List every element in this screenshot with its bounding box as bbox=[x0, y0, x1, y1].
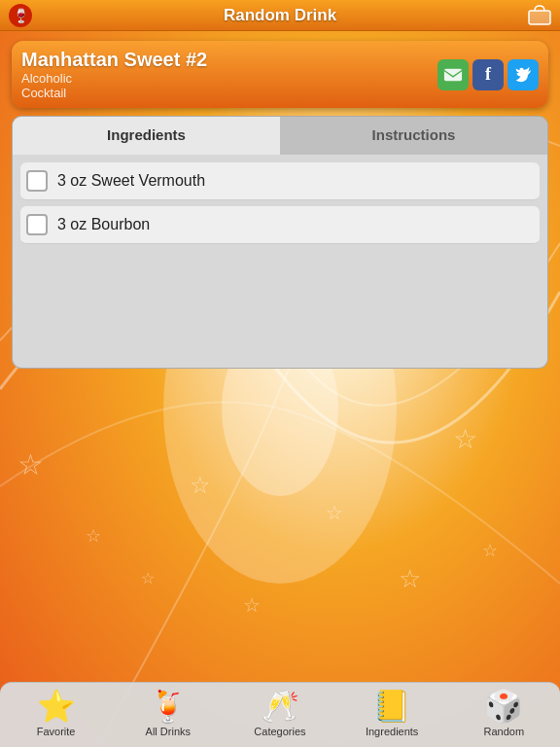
cart-icon[interactable] bbox=[527, 3, 552, 28]
content-area: Ingredients Instructions 3 oz Sweet Verm… bbox=[12, 116, 548, 369]
categories-label: Categories bbox=[254, 726, 305, 737]
ingredient-text-2: 3 oz Bourbon bbox=[57, 216, 150, 233]
svg-text:🍷: 🍷 bbox=[13, 8, 30, 24]
bottom-tab-random[interactable]: 🎲 Random bbox=[474, 691, 533, 737]
share-icons: f bbox=[438, 59, 539, 90]
drink-type: Alcoholic Cocktail bbox=[21, 71, 438, 100]
top-bar-title: Random Drink bbox=[224, 6, 336, 25]
tab-instructions[interactable]: Instructions bbox=[280, 117, 547, 155]
svg-rect-5 bbox=[444, 68, 462, 81]
svg-rect-4 bbox=[529, 11, 550, 24]
app-logo-icon[interactable]: 🍷 bbox=[8, 3, 33, 28]
ingredient-checkbox-1[interactable] bbox=[26, 170, 48, 192]
all-drinks-label: All Drinks bbox=[146, 726, 191, 737]
categories-icon: 🥂 bbox=[261, 691, 299, 722]
random-icon: 🎲 bbox=[484, 691, 523, 722]
bottom-tab-all-drinks[interactable]: 🍹 All Drinks bbox=[139, 691, 197, 737]
random-label: Random bbox=[484, 726, 525, 737]
tab-ingredients[interactable]: Ingredients bbox=[13, 117, 280, 155]
ingredients-nav-icon: 📒 bbox=[372, 691, 411, 722]
ingredients-panel: 3 oz Sweet Vermouth 3 oz Bourbon bbox=[12, 155, 548, 369]
top-bar: 🍷 Random Drink bbox=[0, 0, 560, 31]
bottom-tab-favorite[interactable]: ⭐ Favorite bbox=[27, 691, 86, 737]
favorite-label: Favorite bbox=[37, 726, 76, 737]
tab-bar: Ingredients Instructions bbox=[12, 116, 548, 155]
ingredient-text-1: 3 oz Sweet Vermouth bbox=[57, 172, 205, 190]
twitter-share-button[interactable] bbox=[508, 59, 539, 90]
ingredient-checkbox-2[interactable] bbox=[26, 214, 48, 235]
ingredient-row-1: 3 oz Sweet Vermouth bbox=[20, 162, 540, 200]
drink-info: Manhattan Sweet #2 Alcoholic Cocktail bbox=[21, 49, 438, 100]
facebook-share-button[interactable]: f bbox=[472, 59, 504, 90]
all-drinks-icon: 🍹 bbox=[149, 691, 188, 722]
background bbox=[0, 0, 560, 747]
ingredient-row-2: 3 oz Bourbon bbox=[20, 206, 540, 244]
favorite-icon: ⭐ bbox=[37, 691, 76, 722]
drink-name: Manhattan Sweet #2 bbox=[21, 49, 438, 71]
bottom-tab-categories[interactable]: 🥂 Categories bbox=[251, 691, 309, 737]
email-share-button[interactable] bbox=[438, 59, 469, 90]
ingredients-nav-label: Ingredients bbox=[366, 726, 418, 737]
header-card: Manhattan Sweet #2 Alcoholic Cocktail f bbox=[12, 41, 548, 108]
bottom-tab-ingredients[interactable]: 📒 Ingredients bbox=[363, 691, 421, 737]
bottom-tab-bar: ⭐ Favorite 🍹 All Drinks 🥂 Categories 📒 I… bbox=[0, 682, 560, 747]
